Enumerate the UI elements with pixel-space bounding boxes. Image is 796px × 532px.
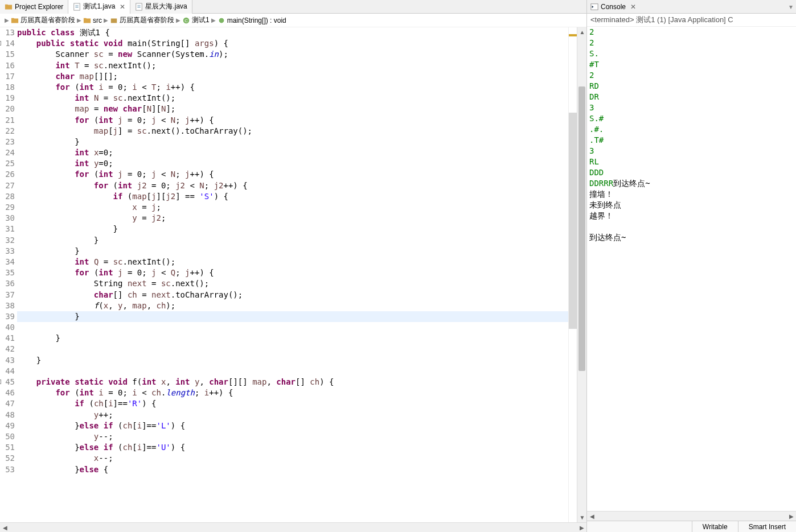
file-tab-2[interactable]: 星辰大海.java	[130, 0, 192, 14]
code-content[interactable]: public class 测试1 { public static void ma…	[17, 27, 568, 522]
project-icon	[11, 17, 19, 24]
editor-tab-bar: Project Explorer 测试1.java ✕ 星辰大海.java	[0, 0, 586, 14]
package-folder-icon	[83, 17, 91, 24]
breadcrumb-item[interactable]: C 测试1	[182, 15, 210, 25]
close-icon[interactable]: ✕	[630, 3, 636, 11]
scroll-right-arrow[interactable]: ▶	[786, 512, 796, 521]
status-writable: Writable	[692, 521, 738, 532]
chevron-right-icon: ▶	[5, 17, 9, 23]
package-icon	[110, 17, 118, 24]
tab-label: Project Explorer	[15, 3, 63, 11]
scroll-thumb[interactable]	[578, 86, 585, 371]
warning-mark[interactable]	[569, 34, 577, 36]
horizontal-scrollbar[interactable]: ◀ ▶	[0, 522, 586, 532]
chevron-right-icon: ▶	[176, 17, 180, 23]
console-output[interactable]: 22S.#T2RDDR3S.#.#..T#3RLDDDDDRRR到达终点~撞墙！…	[587, 27, 796, 511]
scroll-left-arrow[interactable]: ◀	[0, 523, 10, 533]
view-menu-icon[interactable]: ▾	[789, 3, 793, 11]
breadcrumb: ▶ 历届真题省赛阶段 ▶ src ▶ 历届真题省赛阶段 ▶ C 测试1 ▶	[0, 14, 586, 27]
scroll-down-arrow[interactable]: ▼	[577, 513, 586, 522]
breadcrumb-item[interactable]: src	[83, 17, 102, 24]
scroll-up-arrow[interactable]: ▲	[577, 27, 586, 37]
console-icon	[590, 3, 598, 11]
console-tab-bar: Console ✕ ▾	[587, 0, 796, 14]
overview-ruler[interactable]	[568, 27, 577, 522]
chevron-right-icon: ▶	[77, 17, 81, 23]
chevron-right-icon: ▶	[104, 17, 108, 23]
method-icon	[218, 17, 225, 24]
chevron-right-icon: ▶	[211, 17, 216, 23]
close-icon[interactable]: ✕	[120, 3, 125, 11]
project-explorer-tab[interactable]: Project Explorer	[0, 0, 68, 14]
console-tab-label[interactable]: Console	[601, 3, 626, 11]
scroll-right-arrow[interactable]: ▶	[577, 523, 586, 533]
file-tab-1[interactable]: 测试1.java ✕	[68, 0, 130, 14]
line-number-gutter: 1314-15161718192021222324252627282930313…	[0, 27, 17, 522]
folder-icon	[5, 3, 13, 11]
breadcrumb-item[interactable]: 历届真题省赛阶段	[110, 15, 174, 25]
breadcrumb-item[interactable]: main(String[]) : void	[218, 17, 286, 24]
range-mark	[569, 113, 577, 329]
java-file-icon	[135, 3, 143, 11]
vertical-scrollbar[interactable]: ▲ ▼	[577, 27, 586, 522]
code-editor[interactable]: 1314-15161718192021222324252627282930313…	[0, 27, 586, 522]
tab-label: 测试1.java	[83, 2, 115, 11]
tab-label: 星辰大海.java	[145, 2, 187, 11]
console-status: <terminated> 测试1 (1) [Java Application] …	[587, 14, 796, 27]
java-file-icon	[73, 3, 81, 11]
class-icon: C	[182, 17, 190, 24]
status-insert-mode: Smart Insert	[738, 521, 796, 532]
scroll-left-arrow[interactable]: ◀	[587, 512, 597, 521]
status-bar: Writable Smart Insert	[587, 521, 796, 532]
svg-text:C: C	[184, 18, 188, 23]
console-horizontal-scrollbar[interactable]: ◀ ▶	[587, 511, 796, 521]
svg-point-5	[219, 18, 224, 23]
breadcrumb-item[interactable]: 历届真题省赛阶段	[11, 15, 75, 25]
svg-rect-2	[111, 18, 117, 23]
